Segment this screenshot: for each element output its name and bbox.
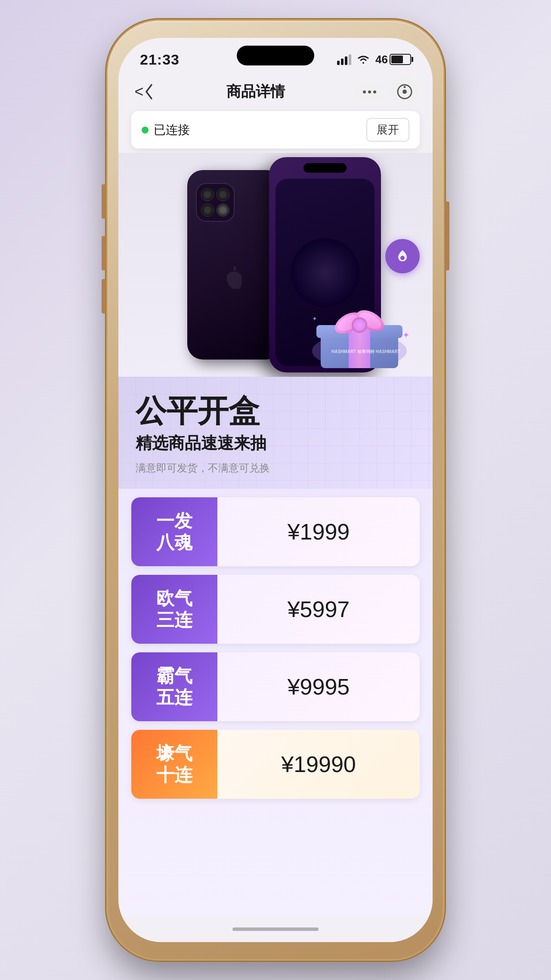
battery-indicator: 46 — [375, 53, 411, 66]
connected-dot-icon — [142, 127, 149, 133]
svg-point-1 — [402, 90, 407, 94]
option-label-five: 霸气 五连 — [131, 652, 217, 721]
camera-lens-4 — [217, 204, 229, 217]
battery-level-text: 46 — [375, 53, 388, 66]
option-label-three: 欧气 三连 — [131, 575, 217, 644]
home-bar — [232, 927, 319, 931]
back-button[interactable] — [131, 79, 157, 105]
option-price-three: ¥5997 — [217, 575, 420, 644]
page-title: 商品详情 — [226, 82, 285, 102]
banner-title: 公平开盒 — [136, 394, 415, 428]
option-label-one: 一发 八魂 — [131, 497, 217, 566]
wifi-icon — [356, 54, 370, 65]
scan-button[interactable] — [390, 77, 420, 107]
connected-status: 已连接 — [142, 122, 190, 138]
connected-banner: 已连接 展开 — [131, 111, 420, 149]
apple-logo-icon — [224, 265, 245, 291]
status-time: 21:33 — [140, 51, 180, 68]
gift-box-decoration: HASHMART 哈希玛特 HASHMART ✦ ✦ — [299, 265, 420, 377]
expand-button[interactable]: 展开 — [366, 118, 409, 142]
svg-point-2 — [404, 86, 406, 88]
nav-actions — [354, 77, 420, 107]
dynamic-island — [237, 46, 314, 65]
svg-text:✦: ✦ — [312, 315, 317, 322]
nav-bar: 商品详情 — [118, 72, 433, 111]
purchase-option-five[interactable]: 霸气 五连 ¥9995 — [131, 652, 420, 721]
svg-text:✦: ✦ — [402, 330, 410, 340]
more-button[interactable] — [354, 81, 384, 102]
svg-point-3 — [400, 256, 405, 260]
option-price-one: ¥1999 — [217, 497, 420, 566]
status-icons: 46 — [337, 53, 411, 66]
home-indicator — [118, 916, 433, 942]
main-content: 公平开盒 精选商品速速来抽 满意即可发货，不满意可兑换 一发 八魂 ¥1999 … — [118, 377, 433, 916]
option-price-five: ¥9995 — [217, 652, 420, 721]
camera-lens-3 — [201, 204, 214, 217]
connected-text: 已连接 — [154, 122, 190, 138]
option-price-ten: ¥19990 — [217, 730, 420, 799]
phone-screen: 21:33 46 — [118, 38, 433, 942]
purchase-option-ten[interactable]: 壕气 十连 ¥19990 — [131, 730, 420, 799]
banner-desc: 满意即可发货，不满意可兑换 — [136, 461, 415, 475]
svg-text:HASHMART  哈希玛特  HASHMART: HASHMART 哈希玛特 HASHMART — [331, 349, 400, 354]
svg-point-14 — [354, 320, 365, 330]
product-image-area: HASHMART 哈希玛特 HASHMART ✦ ✦ — [118, 153, 433, 377]
camera-lens-2 — [217, 188, 229, 201]
iphone-back-image — [187, 170, 282, 360]
front-notch — [303, 163, 347, 173]
banner-section: 公平开盒 精选商品速速来抽 满意即可发货，不满意可兑换 — [118, 377, 433, 489]
banner-subtitle: 精选商品速速来抽 — [136, 432, 415, 454]
phone-frame: 21:33 46 — [108, 21, 443, 959]
camera-module — [196, 183, 235, 222]
float-action-button[interactable] — [385, 239, 420, 273]
signal-icon — [337, 54, 351, 65]
option-label-ten: 壕气 十连 — [131, 730, 217, 799]
purchase-options-list: 一发 八魂 ¥1999 欧气 三连 ¥5997 霸气 五连 — [118, 489, 433, 807]
purchase-option-three[interactable]: 欧气 三连 ¥5997 — [131, 575, 420, 644]
camera-lens-1 — [201, 188, 214, 201]
purchase-option-one[interactable]: 一发 八魂 ¥1999 — [131, 497, 420, 566]
